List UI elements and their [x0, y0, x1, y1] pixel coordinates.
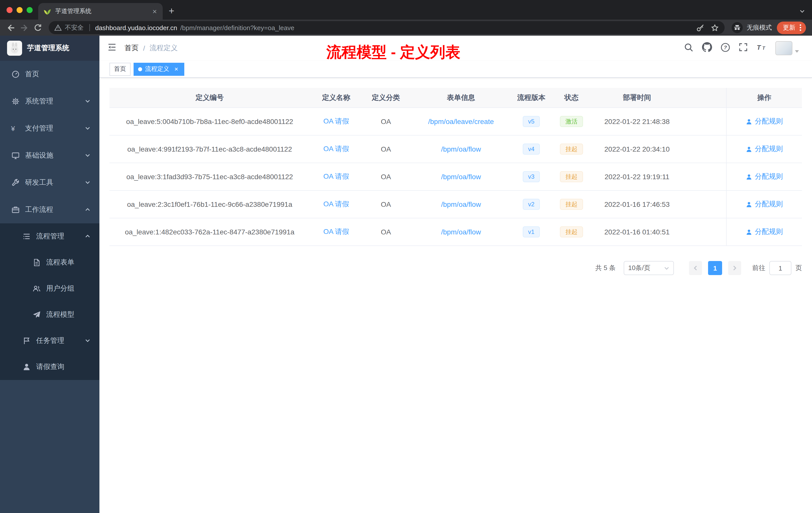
page-size-select[interactable]: 10条/页: [624, 261, 674, 275]
sidebar-item-process-model[interactable]: 流程模型: [0, 302, 99, 328]
user-icon: [746, 201, 752, 208]
status-badge: 激活: [560, 116, 583, 127]
assign-rule-link[interactable]: 分配规则: [746, 117, 783, 126]
definition-name-link[interactable]: OA 请假: [323, 172, 349, 181]
browser-update-button[interactable]: 更新: [777, 21, 806, 34]
tag-label: 流程定义: [145, 65, 169, 73]
sidebar-item-task-management[interactable]: 任务管理: [0, 328, 99, 354]
form-link[interactable]: /bpm/oa/flow: [441, 200, 481, 208]
breadcrumb-home[interactable]: 首页: [124, 44, 139, 53]
column-header: 部署时间: [593, 93, 681, 102]
chevron-up-icon: [85, 206, 90, 214]
assign-rule-link[interactable]: 分配规则: [746, 228, 783, 236]
version-badge: v4: [522, 144, 540, 155]
form-link[interactable]: /bpm/oa/flow: [441, 145, 481, 153]
chevron-down-icon: [85, 152, 90, 160]
incognito-badge: 无痕模式: [729, 22, 777, 33]
sidebar-fold-icon[interactable]: [108, 43, 116, 53]
github-icon[interactable]: [702, 42, 712, 54]
tags-view-bar: 首页 流程定义 ×: [99, 61, 812, 78]
definition-name-link[interactable]: OA 请假: [323, 228, 349, 236]
chevron-down-icon: [85, 97, 90, 105]
browser-toolbar: 不安全 dashboard.yudao.iocoder.cn/bpm/manag…: [0, 20, 812, 36]
pagination-total: 共 5 条: [595, 264, 616, 273]
tag-close-icon[interactable]: ×: [173, 65, 180, 73]
sidebar-item-label: 基础设施: [25, 151, 53, 160]
breadcrumb: 首页 / 流程定义: [124, 44, 178, 53]
browser-tab[interactable]: 芋道管理系统 ×: [38, 3, 163, 20]
sidebar-item-process-form[interactable]: 流程表单: [0, 249, 99, 276]
tag-process-definition[interactable]: 流程定义 ×: [134, 62, 184, 76]
form-link[interactable]: /bpm/oa/flow: [441, 228, 481, 236]
status-badge: 挂起: [560, 144, 583, 155]
help-icon[interactable]: ?: [721, 42, 730, 54]
bookmark-star-icon[interactable]: [710, 23, 719, 32]
sidebar-item-infrastructure[interactable]: 基础设施: [0, 142, 99, 169]
deploy-time: 2022-01-22 21:48:38: [593, 117, 681, 125]
gear-icon: [11, 97, 20, 105]
chevron-up-icon: [85, 233, 90, 240]
user-avatar[interactable]: [775, 41, 799, 55]
new-tab-button[interactable]: +: [169, 5, 174, 17]
back-button[interactable]: [4, 21, 18, 34]
dashboard-icon: [11, 70, 20, 78]
paper-plane-icon: [32, 311, 41, 319]
sidebar-item-devtools[interactable]: 研发工具: [0, 169, 99, 196]
password-key-icon[interactable]: [696, 23, 704, 32]
definition-table: 定义编号 定义名称 定义分类 表单信息 流程版本 状态 部署时间 操作 oa_l…: [110, 88, 802, 246]
font-size-icon[interactable]: TT: [756, 43, 767, 53]
column-header: 状态: [550, 93, 593, 102]
sidebar-item-workflow[interactable]: 工作流程: [0, 196, 99, 223]
definition-name-link[interactable]: OA 请假: [323, 117, 349, 126]
flag-icon: [22, 337, 31, 345]
form-link[interactable]: /bpm/oa/leave/create: [428, 117, 494, 125]
assign-rule-link[interactable]: 分配规则: [746, 145, 783, 154]
table-row: oa_leave:1:482ec033-762a-11ec-8477-a2380…: [110, 218, 802, 246]
form-link[interactable]: /bpm/oa/flow: [441, 173, 481, 181]
app-title: 芋道管理系统: [27, 44, 69, 53]
deploy-time: 2022-01-22 19:19:11: [593, 173, 681, 181]
definition-id: oa_leave:5:004b710b-7b8a-11ec-8ef0-acde4…: [110, 117, 310, 125]
minimize-window-button[interactable]: [17, 7, 23, 13]
table-row: oa_leave:3:1fad3d93-7b75-11ec-a3c8-acde4…: [110, 163, 802, 191]
page-number-button[interactable]: 1: [708, 261, 722, 275]
caret-down-icon: [795, 50, 799, 53]
table-header-row: 定义编号 定义名称 定义分类 表单信息 流程版本 状态 部署时间 操作: [110, 88, 802, 108]
version-badge: v2: [522, 199, 540, 210]
close-window-button[interactable]: [6, 7, 12, 13]
page-size-value: 10条/页: [628, 264, 650, 273]
tag-home[interactable]: 首页: [110, 62, 130, 76]
search-icon[interactable]: [684, 42, 694, 54]
assign-rule-link[interactable]: 分配规则: [746, 172, 783, 181]
browser-menu-icon[interactable]: [797, 24, 804, 32]
sidebar: 芋道管理系统 首页 系统管理 ¥ 支付管理 基础设施: [0, 36, 99, 513]
address-bar[interactable]: 不安全 dashboard.yudao.iocoder.cn/bpm/manag…: [49, 21, 725, 34]
reload-button[interactable]: [31, 21, 45, 34]
sidebar-item-user-group[interactable]: 用户分组: [0, 276, 99, 302]
sidebar-item-process-management[interactable]: 流程管理: [0, 223, 99, 249]
fullscreen-icon[interactable]: [739, 43, 748, 54]
column-header: 定义编号: [110, 93, 310, 102]
definition-name-link[interactable]: OA 请假: [323, 145, 349, 154]
assign-rule-link[interactable]: 分配规则: [746, 200, 783, 209]
sidebar-item-payment[interactable]: ¥ 支付管理: [0, 115, 99, 142]
sidebar-item-label: 请假查询: [36, 362, 64, 371]
address-separator: [89, 24, 90, 31]
prev-page-button[interactable]: [689, 261, 702, 275]
chevron-down-icon: [85, 179, 90, 187]
goto-page-input[interactable]: [769, 261, 791, 275]
sidebar-item-label: 工作流程: [25, 205, 53, 214]
sidebar-item-leave-query[interactable]: 请假查询: [0, 354, 99, 380]
table-row: oa_leave:5:004b710b-7b8a-11ec-8ef0-acde4…: [110, 108, 802, 135]
definition-id: oa_leave:2:3c1f0ef1-76b1-11ec-9c66-a2380…: [110, 200, 310, 208]
forward-button[interactable]: [18, 21, 31, 34]
tab-strip-chevron-down-icon[interactable]: [800, 7, 805, 16]
incognito-icon: [732, 22, 743, 33]
security-label: 不安全: [65, 23, 84, 32]
zoom-window-button[interactable]: [27, 7, 33, 13]
sidebar-item-system[interactable]: 系统管理: [0, 88, 99, 115]
definition-name-link[interactable]: OA 请假: [323, 200, 349, 209]
tab-close-icon[interactable]: ×: [151, 7, 159, 16]
sidebar-item-dashboard[interactable]: 首页: [0, 61, 99, 88]
next-page-button[interactable]: [728, 261, 741, 275]
